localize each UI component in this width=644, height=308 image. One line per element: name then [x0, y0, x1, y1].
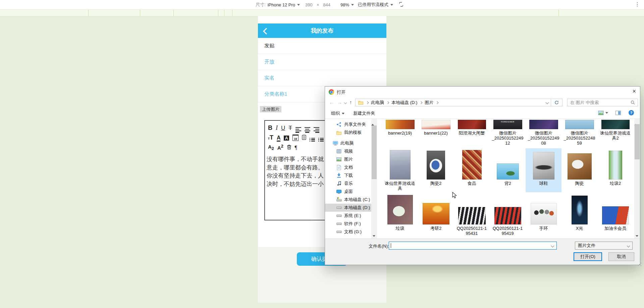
- clipboard-icon[interactable]: [302, 135, 306, 141]
- breadcrumb-item[interactable]: 本地磁盘 (D:): [391, 100, 417, 106]
- file-item[interactable]: 垃圾: [382, 194, 418, 237]
- breadcrumb-item[interactable]: 此电脑: [371, 100, 384, 106]
- viewport-size-label: 尺寸:: [256, 2, 266, 8]
- file-item[interactable]: 球鞋: [526, 148, 561, 192]
- italic-icon[interactable]: I: [276, 124, 278, 132]
- scroll-down-icon[interactable]: [636, 235, 638, 237]
- file-item[interactable]: FOREIGNER微信图片_20250315224912: [490, 119, 526, 147]
- throttling-selector[interactable]: 已停用节流模式: [358, 2, 393, 8]
- view-mode-button[interactable]: [598, 111, 608, 115]
- more-options-icon[interactable]: ⋮: [635, 1, 640, 7]
- file-thumbnail: [602, 206, 629, 224]
- nav-forward-icon[interactable]: →: [337, 99, 342, 105]
- filename-dropdown-icon[interactable]: [551, 244, 554, 248]
- preview-pane-icon[interactable]: [615, 111, 621, 116]
- device-selector[interactable]: iPhone 12 Pro: [268, 2, 300, 7]
- file-item[interactable]: 陶瓷: [561, 148, 597, 192]
- filename-input[interactable]: [389, 242, 557, 250]
- file-item[interactable]: 阳澄湖大闸蟹: [454, 119, 490, 147]
- ordered-list-icon[interactable]: [310, 134, 315, 142]
- strike-icon[interactable]: T: [288, 125, 292, 132]
- viewport-width-input[interactable]: 390: [305, 2, 313, 7]
- form-row-accent[interactable]: 实名: [258, 70, 386, 86]
- file-item[interactable]: 微信图片_20250315224908: [526, 119, 561, 147]
- align-center-icon[interactable]: [305, 123, 310, 133]
- sidebar-item[interactable]: 视频: [325, 147, 371, 155]
- dialog-titlebar[interactable]: 打开 ×: [325, 87, 640, 97]
- underline-icon[interactable]: U: [281, 125, 285, 132]
- breadcrumb[interactable]: 此电脑本地磁盘 (D:)图片: [355, 99, 551, 106]
- file-item[interactable]: 陶瓷2: [418, 148, 454, 192]
- calendar-icon[interactable]: 19: [292, 135, 299, 141]
- file-item[interactable]: 诛仙世界游戏道具: [382, 148, 418, 192]
- viewport-height-input[interactable]: 844: [323, 2, 330, 7]
- filetype-select[interactable]: 图片文件: [575, 242, 633, 250]
- file-item[interactable]: QQ20250121-195419: [490, 194, 526, 237]
- sidebar-item[interactable]: 音乐: [325, 179, 371, 188]
- sidebar-item[interactable]: 此电脑: [325, 139, 371, 147]
- file-item[interactable]: 手环: [526, 194, 561, 237]
- sidebar-item[interactable]: 软件 (F:): [325, 220, 371, 228]
- superscript-icon[interactable]: A2: [277, 144, 283, 151]
- search-input[interactable]: 在 图片 中搜索: [567, 99, 638, 106]
- bold-icon[interactable]: B: [268, 124, 272, 132]
- file-name: banner1(22): [424, 131, 448, 136]
- file-item[interactable]: QQ20250121-195431: [454, 194, 490, 237]
- close-icon[interactable]: ×: [632, 88, 636, 95]
- zoom-selector[interactable]: 98%: [340, 2, 354, 7]
- sidebar-item[interactable]: 共享文件夹: [325, 120, 371, 129]
- scroll-up-icon[interactable]: [371, 119, 374, 125]
- sidebar-item[interactable]: 本地磁盘 (D:): [325, 204, 371, 212]
- upload-image-label[interactable]: 上传图片: [260, 106, 281, 112]
- new-folder-button[interactable]: 新建文件夹: [353, 110, 375, 116]
- nav-history-chevron-icon[interactable]: [344, 101, 347, 104]
- file-thumbnail: [427, 151, 445, 179]
- file-item[interactable]: X光: [561, 194, 597, 237]
- sidebar-item[interactable]: 本地磁盘 (C:): [325, 196, 371, 204]
- address-dropdown-icon[interactable]: [546, 101, 549, 104]
- file-item[interactable]: 诛仙世界游戏道具2: [597, 119, 633, 147]
- font-size-icon[interactable]: тT: [268, 134, 273, 141]
- bg-color-icon[interactable]: A: [284, 135, 289, 141]
- scrollbar-thumb[interactable]: [372, 125, 377, 179]
- align-left-icon[interactable]: [296, 123, 301, 133]
- open-button[interactable]: 打开(O): [574, 252, 602, 261]
- file-item[interactable]: 食品: [454, 148, 490, 192]
- sidebar-scrollbar[interactable]: [371, 119, 377, 239]
- form-row-accent[interactable]: 开放: [258, 54, 386, 70]
- cancel-button[interactable]: 取消: [608, 252, 634, 261]
- scroll-down-icon[interactable]: [373, 235, 375, 237]
- sidebar-item[interactable]: 我的模板: [325, 129, 371, 137]
- sidebar-item[interactable]: 下载: [325, 171, 371, 179]
- back-chevron-icon[interactable]: [263, 28, 270, 35]
- file-item[interactable]: 考研2: [418, 194, 454, 237]
- sidebar-item[interactable]: 系统 (E:): [325, 212, 371, 220]
- refresh-button[interactable]: [551, 99, 562, 106]
- sidebar-item[interactable]: 图片: [325, 155, 371, 163]
- file-item[interactable]: 微信图片_20250315224859: [561, 119, 597, 147]
- subscript-icon[interactable]: A2: [268, 144, 274, 151]
- breadcrumb-item[interactable]: 图片: [425, 100, 433, 106]
- file-item[interactable]: banner2(19): [382, 119, 418, 147]
- file-list-scrollbar[interactable]: [634, 119, 640, 239]
- file-item[interactable]: 背2: [490, 148, 526, 192]
- unordered-list-icon[interactable]: [318, 134, 324, 142]
- pilcrow-icon[interactable]: ¶: [295, 145, 297, 151]
- organize-button[interactable]: 组织: [331, 110, 344, 116]
- rotate-device-icon[interactable]: [398, 2, 404, 8]
- nav-up-icon[interactable]: ↑: [350, 99, 352, 105]
- sidebar-item[interactable]: 桌面: [325, 188, 371, 196]
- file-item[interactable]: banner1(22): [418, 119, 454, 147]
- file-item[interactable]: 加油卡会员: [597, 194, 633, 237]
- sidebar-item[interactable]: 文档 (G:): [325, 228, 371, 236]
- trash-icon[interactable]: [287, 144, 291, 151]
- help-button[interactable]: ?: [629, 110, 634, 115]
- nav-back-icon[interactable]: ←: [329, 99, 334, 105]
- scrollbar-thumb[interactable]: [635, 124, 640, 159]
- font-color-icon[interactable]: A: [277, 135, 281, 141]
- form-row-dark[interactable]: 发贴: [258, 38, 386, 54]
- resize-grip[interactable]: [638, 263, 639, 263]
- align-right-icon[interactable]: [314, 123, 319, 133]
- sidebar-item[interactable]: 文档: [325, 163, 371, 171]
- file-item[interactable]: 垃圾2: [597, 148, 633, 192]
